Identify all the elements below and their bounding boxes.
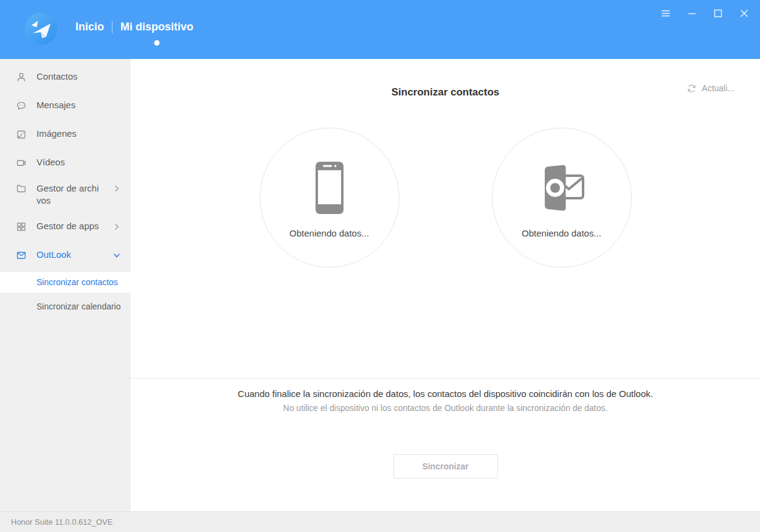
sidebar: Contactos Mensajes xyxy=(0,59,131,511)
minimize-button[interactable] xyxy=(686,7,698,19)
app-version-text: Honor Suite 11.0.0.612_OVE xyxy=(11,517,112,527)
honor-suite-logo xyxy=(24,12,58,46)
refresh-button[interactable]: Actuali... xyxy=(686,82,734,94)
sidebar-item-contactos[interactable]: Contactos xyxy=(0,63,131,91)
sidebar-item-label: Mensajes xyxy=(36,99,121,111)
minimize-icon xyxy=(686,8,697,19)
sync-info-primary: Cuando finalice la sincronización de dat… xyxy=(131,389,760,399)
sidebar-subitem-sincronizar-contactos[interactable]: Sincronizar contactos xyxy=(0,272,131,292)
video-icon xyxy=(16,157,27,168)
sidebar-item-videos[interactable]: Vídeos xyxy=(0,148,131,177)
refresh-label: Actuali... xyxy=(702,83,734,93)
chat-icon xyxy=(16,100,27,111)
image-icon xyxy=(16,129,27,140)
sidebar-item-label: Vídeos xyxy=(36,156,121,168)
sync-button[interactable]: Sincronizar xyxy=(393,454,498,478)
folder-icon xyxy=(16,183,27,194)
active-tab-dot xyxy=(154,40,160,46)
sidebar-item-imagenes[interactable]: Imágenes xyxy=(0,120,131,148)
subitem-label: Sincronizar calendario xyxy=(36,302,121,311)
refresh-icon xyxy=(686,83,697,94)
outlook-icon xyxy=(536,157,587,218)
tab-inicio[interactable]: Inicio xyxy=(67,21,112,33)
sidebar-item-gestor-apps[interactable]: Gestor de apps xyxy=(0,212,131,241)
sidebar-item-label: Gestor de archivos xyxy=(36,182,99,207)
device-status-text: Obteniendo datos... xyxy=(289,228,369,238)
mail-icon xyxy=(16,250,27,261)
subitem-label: Sincronizar contactos xyxy=(36,277,118,287)
chevron-down-icon xyxy=(112,251,121,260)
device-sync-circle: Obteniendo datos... xyxy=(260,128,399,268)
sidebar-item-label: Contactos xyxy=(36,71,121,83)
sidebar-item-label: Imágenes xyxy=(36,128,121,140)
app-window: Inicio Mi dispositivo xyxy=(0,0,760,532)
title-bar: Inicio Mi dispositivo xyxy=(0,0,760,59)
status-bar: Honor Suite 11.0.0.612_OVE xyxy=(0,511,760,532)
main-panel: Sincronizar contactos Actuali... xyxy=(131,59,760,511)
sync-info-section: Cuando finalice la sincronización de dat… xyxy=(131,378,760,478)
sidebar-item-label: OutLook xyxy=(36,249,108,261)
tab-mi-dispositivo-label: Mi dispositivo xyxy=(120,21,193,33)
chevron-right-icon xyxy=(112,223,121,231)
tab-inicio-label: Inicio xyxy=(75,21,104,33)
close-button[interactable] xyxy=(738,7,750,19)
header-tabs: Inicio Mi dispositivo xyxy=(67,21,201,33)
chevron-right-icon xyxy=(112,184,121,193)
sidebar-subitem-sincronizar-calendario[interactable]: Sincronizar calendario xyxy=(0,296,131,317)
page-title: Sincronizar contactos xyxy=(392,86,500,98)
sync-sources: Obteniendo datos... Obteniendo datos... xyxy=(131,128,760,268)
menu-icon xyxy=(660,8,671,19)
sidebar-item-outlook[interactable]: OutLook xyxy=(0,241,131,269)
sidebar-item-label: Gestor de apps xyxy=(36,220,112,232)
sync-info-secondary: No utilice el dispositivo ni los contact… xyxy=(131,403,760,413)
maximize-button[interactable] xyxy=(712,7,724,19)
outlook-sync-circle: Obteniendo datos... xyxy=(492,128,632,268)
menu-button[interactable] xyxy=(660,7,672,19)
window-controls xyxy=(660,7,750,19)
sidebar-item-gestor-archivos[interactable]: Gestor de archivos xyxy=(0,177,131,212)
phone-icon xyxy=(315,157,344,218)
maximize-icon xyxy=(713,8,724,19)
person-icon xyxy=(16,72,27,83)
sidebar-item-mensajes[interactable]: Mensajes xyxy=(0,91,131,120)
apps-icon xyxy=(16,221,27,232)
outlook-status-text: Obteniendo datos... xyxy=(522,228,601,238)
main-header: Sincronizar contactos Actuali... xyxy=(131,59,760,98)
close-icon xyxy=(739,8,750,19)
tab-mi-dispositivo[interactable]: Mi dispositivo xyxy=(112,21,201,33)
